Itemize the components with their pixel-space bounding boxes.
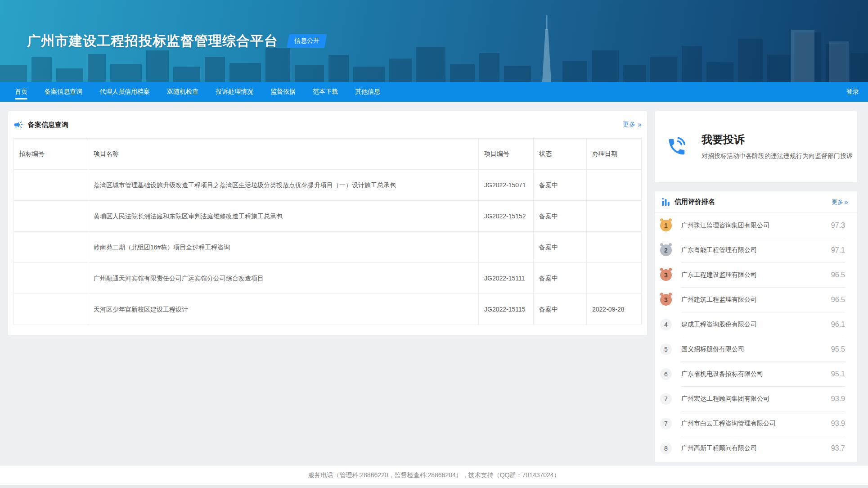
double-chevron-icon: » bbox=[844, 199, 848, 206]
credit-score: 95.5 bbox=[831, 345, 845, 353]
nav-item-supervision-basis[interactable]: 监督依据 bbox=[262, 82, 304, 102]
site-footer: 服务电话（管理科:28866220，监督检查科:28866204），技术支持（Q… bbox=[0, 466, 868, 485]
company-name: 建成工程咨询股份有限公司 bbox=[681, 321, 757, 329]
col-header-bid-no: 招标编号 bbox=[14, 139, 88, 170]
cell-bid-no bbox=[14, 232, 88, 263]
nav-items: 首页 备案信息查询 代理人员信用档案 双随机检查 投诉处理情况 监督依据 范本下… bbox=[6, 82, 389, 102]
list-item: 5 国义招标股份有限公司 95.5 bbox=[655, 337, 857, 361]
credit-score: 93.7 bbox=[831, 444, 845, 452]
col-header-project-name: 项目名称 bbox=[88, 139, 479, 170]
complaint-card[interactable]: 我要投诉 对招投标活动中各阶段的违法违规行为向监督部门投诉 bbox=[655, 111, 857, 182]
filing-more-label: 更多 bbox=[623, 121, 635, 129]
company-name: 广州珠江监理咨询集团有限公司 bbox=[681, 221, 769, 230]
cell-status: 备案中 bbox=[534, 170, 587, 201]
nav-item-complaint-handling[interactable]: 投诉处理情况 bbox=[207, 82, 262, 102]
info-disclosure-badge[interactable]: 信息公开 bbox=[288, 34, 326, 48]
col-header-date: 办理日期 bbox=[587, 139, 642, 170]
cell-date bbox=[587, 170, 642, 201]
list-item: 1 广州珠江监理咨询集团有限公司 97.3 bbox=[655, 213, 857, 238]
nav-item-template-download[interactable]: 范本下载 bbox=[304, 82, 346, 102]
table-row[interactable]: 岭南苑二期（北组团16#栋）项目全过程工程咨询 备案中 bbox=[14, 232, 642, 263]
col-header-status: 状态 bbox=[534, 139, 587, 170]
rank-badge: 7 bbox=[660, 418, 672, 429]
credit-score: 97.3 bbox=[831, 221, 845, 230]
credit-score: 93.9 bbox=[831, 395, 845, 403]
double-chevron-icon: » bbox=[638, 121, 642, 128]
cell-bid-no bbox=[14, 263, 88, 294]
rank-badge: 8 bbox=[660, 443, 672, 454]
credit-score: 95.1 bbox=[831, 370, 845, 378]
rank-badge: 4 bbox=[660, 319, 672, 330]
table-row[interactable]: 黄埔区人民法院长洲法庭和东院区审判法庭维修改造工程施工总承包 JG2022-15… bbox=[14, 201, 642, 232]
company-name: 广州市白云工程咨询管理有限公司 bbox=[681, 420, 776, 428]
nav-item-home[interactable]: 首页 bbox=[6, 82, 36, 102]
credit-score: 96.1 bbox=[831, 321, 845, 329]
filing-more-link[interactable]: 更多 » bbox=[623, 121, 642, 129]
nav-item-agent-credit[interactable]: 代理人员信用档案 bbox=[91, 82, 158, 102]
cell-project-name: 岭南苑二期（北组团16#栋）项目全过程工程咨询 bbox=[88, 232, 479, 263]
nav-item-filing-query[interactable]: 备案信息查询 bbox=[36, 82, 91, 102]
filing-table: 招标编号 项目名称 项目编号 状态 办理日期 荔湾区城市管理基础设施升级改造工程… bbox=[13, 138, 642, 325]
right-column: 我要投诉 对招投标活动中各阶段的违法违规行为向监督部门投诉 信用 bbox=[655, 111, 857, 462]
cell-bid-no bbox=[14, 201, 88, 232]
cell-date bbox=[587, 263, 642, 294]
megaphone-icon bbox=[13, 120, 23, 130]
company-name: 广东省机电设备招标有限公司 bbox=[681, 370, 763, 378]
table-row[interactable]: 天河区少年宫新校区建设工程设计 JG2022-15115 备案中 2022-09… bbox=[14, 294, 642, 325]
rank-badge: 2 bbox=[660, 244, 672, 256]
rank-badge: 1 bbox=[660, 220, 672, 231]
credit-score: 96.5 bbox=[831, 296, 845, 304]
list-item: 2 广东粤能工程管理有限公司 97.1 bbox=[655, 238, 857, 262]
company-name: 国义招标股份有限公司 bbox=[681, 345, 744, 353]
filing-table-header-row: 招标编号 项目名称 项目编号 状态 办理日期 bbox=[14, 139, 642, 170]
ranking-panel-header: 信用评价排名 更多 » bbox=[655, 191, 857, 213]
cell-status: 备案中 bbox=[534, 263, 587, 294]
ranking-panel: 信用评价排名 更多 » 1 广州珠江监理咨询集团有限公司 97.3 2 广东粤能… bbox=[655, 191, 857, 462]
company-name: 广州宏达工程顾问集团有限公司 bbox=[681, 395, 769, 403]
table-row[interactable]: 广州融通天河宾馆有限责任公司广运宾馆分公司综合改造项目 JG2022-15111… bbox=[14, 263, 642, 294]
list-item: 4 建成工程咨询股份有限公司 96.1 bbox=[655, 312, 857, 337]
list-item: 3 广东工程建设监理有限公司 96.5 bbox=[655, 262, 857, 287]
bottom-strip bbox=[0, 485, 868, 488]
site-header: 广州市建设工程招投标监督管理综合平台 信息公开 bbox=[0, 0, 868, 82]
ranking-more-link[interactable]: 更多 » bbox=[832, 198, 848, 206]
company-name: 广州建筑工程监理有限公司 bbox=[681, 296, 757, 304]
complaint-description: 对招投标活动中各阶段的违法违规行为向监督部门投诉 bbox=[702, 151, 857, 161]
nav-item-random-check[interactable]: 双随机检查 bbox=[158, 82, 207, 102]
cell-bid-no bbox=[14, 294, 88, 325]
cell-project-name: 广州融通天河宾馆有限责任公司广运宾馆分公司综合改造项目 bbox=[88, 263, 479, 294]
cell-bid-no bbox=[14, 170, 88, 201]
filing-panel-title: 备案信息查询 bbox=[28, 121, 68, 129]
list-item: 8 广州高新工程顾问有限公司 93.7 bbox=[655, 436, 857, 461]
cell-status: 备案中 bbox=[534, 232, 587, 263]
cell-project-no bbox=[479, 232, 534, 263]
cell-project-name: 荔湾区城市管理基础设施升级改造工程项目之荔湾区生活垃圾分类投放点优化提升项目（一… bbox=[88, 170, 479, 201]
rank-badge: 6 bbox=[660, 368, 672, 380]
ranking-more-label: 更多 bbox=[832, 198, 843, 206]
cell-status: 备案中 bbox=[534, 201, 587, 232]
login-link[interactable]: 登录 bbox=[846, 82, 859, 102]
page-title: 广州市建设工程招投标监督管理综合平台 bbox=[27, 32, 278, 50]
ranking-list: 1 广州珠江监理咨询集团有限公司 97.3 2 广东粤能工程管理有限公司 97.… bbox=[655, 213, 857, 461]
rank-badge: 7 bbox=[660, 393, 672, 405]
cell-project-no: JG2022-15152 bbox=[479, 201, 534, 232]
main-content: 备案信息查询 更多 » 招标编号 项目名称 项目编号 状态 办理日期 bbox=[0, 102, 868, 466]
table-row[interactable]: 荔湾区城市管理基础设施升级改造工程项目之荔湾区生活垃圾分类投放点优化提升项目（一… bbox=[14, 170, 642, 201]
filing-panel-header: 备案信息查询 更多 » bbox=[13, 117, 642, 132]
company-name: 广州高新工程顾问有限公司 bbox=[681, 444, 757, 452]
cell-status: 备案中 bbox=[534, 294, 587, 325]
cell-project-no: JG2022-15115 bbox=[479, 294, 534, 325]
cell-project-name: 黄埔区人民法院长洲法庭和东院区审判法庭维修改造工程施工总承包 bbox=[88, 201, 479, 232]
cell-date: 2022-09-28 bbox=[587, 294, 642, 325]
filing-panel: 备案信息查询 更多 » 招标编号 项目名称 项目编号 状态 办理日期 bbox=[8, 111, 647, 335]
company-name: 广东粤能工程管理有限公司 bbox=[681, 246, 757, 254]
page-root: 广州市建设工程招投标监督管理综合平台 信息公开 首页 备案信息查询 代理人员信用… bbox=[0, 0, 868, 488]
cell-date bbox=[587, 232, 642, 263]
footer-contact-text: 服务电话（管理科:28866220，监督检查科:28866204），技术支持（Q… bbox=[308, 471, 560, 479]
cell-project-name: 天河区少年宫新校区建设工程设计 bbox=[88, 294, 479, 325]
nav-item-other-info[interactable]: 其他信息 bbox=[346, 82, 389, 102]
rank-badge: 5 bbox=[660, 343, 672, 355]
credit-score: 93.9 bbox=[831, 420, 845, 428]
company-name: 广东工程建设监理有限公司 bbox=[681, 271, 757, 279]
rank-badge: 3 bbox=[660, 269, 672, 281]
